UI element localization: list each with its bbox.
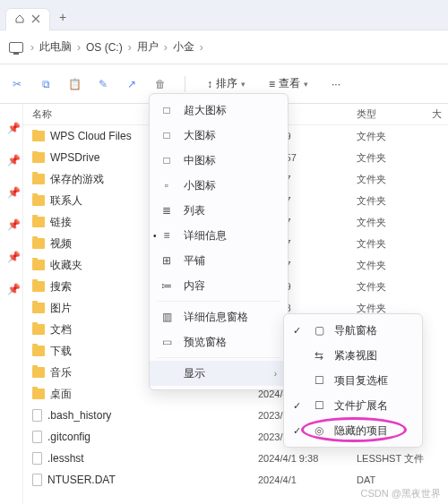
file-name: WPSDrive	[50, 151, 99, 164]
column-name-label: 名称	[32, 107, 52, 121]
pin-icon[interactable]: 📌	[7, 122, 16, 131]
file-type: 文件夹	[351, 173, 432, 186]
menu-item-show[interactable]: 显示›	[150, 361, 288, 386]
rename-icon[interactable]: ✎	[95, 78, 111, 90]
pin-icon[interactable]: 📌	[7, 186, 16, 195]
file-name: 下载	[50, 344, 72, 359]
chevron-down-icon: ▾	[304, 80, 308, 89]
menu-item[interactable]: ▭预览窗格	[150, 329, 288, 355]
file-name: 音乐	[50, 365, 72, 380]
pane-icon: ▭	[160, 336, 173, 348]
file-name: 文档	[50, 322, 72, 337]
nav-sidebar: 📌 📌 📌 📌 📌 📌	[0, 104, 23, 504]
share-icon[interactable]: ↗	[124, 78, 140, 90]
folder-icon	[32, 303, 45, 313]
breadcrumb-item[interactable]: OS (C:)	[86, 41, 123, 54]
breadcrumb[interactable]: › 此电脑 › OS (C:) › 用户 › 小金 ›	[30, 39, 203, 55]
sort-icon: ↕	[207, 78, 212, 90]
table-row[interactable]: .lesshst2024/4/1 9:38LESSHST 文件	[23, 448, 448, 469]
column-type[interactable]: 类型	[351, 107, 432, 121]
tab-bar: +	[0, 0, 448, 30]
folder-icon	[32, 217, 45, 227]
menu-item[interactable]: ≣列表	[150, 198, 288, 223]
option-icon: ◎	[313, 424, 325, 437]
view-menu: □超大图标□大图标□中图标▫小图标≣列表≡详细信息⊞平铺≔内容▥详细信息窗格▭预…	[149, 93, 289, 390]
folder-icon	[32, 389, 45, 399]
breadcrumb-item[interactable]: 此电脑	[39, 39, 72, 55]
file-name: NTUSER.DAT	[47, 474, 116, 486]
folder-icon	[32, 281, 45, 292]
submenu-item[interactable]: ✓☐文件扩展名	[284, 393, 422, 418]
pane-icon: ▥	[160, 311, 173, 323]
menu-item[interactable]: ≔内容	[150, 273, 288, 298]
file-name: 联系人	[50, 193, 82, 209]
check-icon: ✓	[293, 400, 304, 412]
breadcrumb-item[interactable]: 用户	[137, 39, 159, 55]
column-size[interactable]: 大	[432, 107, 448, 121]
file-type: 文件夹	[351, 259, 432, 272]
menu-item[interactable]: ≡详细信息	[150, 223, 288, 248]
menu-label: 详细信息	[184, 228, 227, 243]
menu-item[interactable]: ▥详细信息窗格	[150, 304, 288, 329]
menu-item[interactable]: ▫小图标	[150, 173, 288, 198]
more-button[interactable]: ···	[326, 74, 346, 94]
file-name: WPS Cloud Files	[50, 130, 132, 142]
option-icon: ☐	[313, 399, 325, 412]
view-button[interactable]: ≡ 查看 ▾	[263, 73, 314, 95]
submenu-label: 文件扩展名	[334, 398, 388, 414]
check-icon: ✓	[293, 325, 304, 337]
file-type: 文件夹	[351, 216, 432, 229]
menu-label: 内容	[184, 278, 205, 294]
menu-separator	[157, 301, 280, 302]
chevron-right-icon: ›	[77, 41, 81, 54]
copy-icon[interactable]: ⧉	[38, 78, 54, 90]
menu-item[interactable]: □中图标	[150, 148, 288, 173]
pin-icon[interactable]: 📌	[7, 283, 16, 292]
view-option-icon: □	[160, 104, 173, 116]
submenu-item[interactable]: ⇆紧凑视图	[284, 343, 422, 368]
check-icon: ✓	[293, 425, 304, 437]
submenu-item[interactable]: ✓◎隐藏的项目	[284, 418, 422, 443]
pin-icon[interactable]: 📌	[7, 154, 16, 163]
sort-button[interactable]: ↕ 排序 ▾	[202, 73, 251, 95]
home-icon	[15, 13, 24, 26]
paste-icon[interactable]: 📋	[66, 78, 82, 90]
pin-icon[interactable]: 📌	[7, 251, 16, 260]
new-tab-button[interactable]: +	[59, 10, 66, 24]
close-icon[interactable]	[31, 13, 40, 26]
submenu-label: 紧凑视图	[334, 348, 377, 363]
view-label: 查看	[279, 76, 300, 91]
cut-icon[interactable]: ✂	[9, 78, 25, 90]
file-icon	[32, 431, 42, 443]
this-pc-icon[interactable]	[9, 42, 23, 53]
menu-item[interactable]: □大图标	[150, 123, 288, 148]
submenu-label: 项目复选框	[334, 373, 388, 389]
breadcrumb-item[interactable]: 小金	[173, 39, 194, 55]
view-option-icon: ⊞	[160, 254, 173, 267]
view-icon: ≡	[269, 78, 275, 90]
file-name: 链接	[50, 215, 72, 230]
option-icon: ☐	[313, 374, 325, 387]
option-icon: ▢	[313, 324, 325, 337]
file-icon	[32, 474, 42, 486]
file-name: .bash_history	[47, 409, 111, 422]
menu-item[interactable]: ⊞平铺	[150, 248, 288, 273]
menu-item[interactable]: □超大图标	[150, 98, 288, 123]
delete-icon[interactable]: 🗑	[152, 78, 168, 90]
submenu-label: 导航窗格	[334, 323, 377, 338]
submenu-item[interactable]: ☐项目复选框	[284, 368, 422, 393]
menu-label: 小图标	[184, 178, 216, 193]
address-bar: › 此电脑 › OS (C:) › 用户 › 小金 ›	[0, 30, 448, 64]
folder-icon	[32, 260, 45, 270]
folder-icon	[32, 131, 45, 141]
chevron-down-icon: ▾	[241, 80, 246, 89]
menu-label: 显示	[184, 366, 205, 381]
file-date: 2024/4/1	[253, 474, 351, 485]
file-date: 2024/4/1 9:38	[253, 453, 351, 464]
submenu-item[interactable]: ✓▢导航窗格	[284, 318, 422, 343]
menu-label: 详细信息窗格	[184, 310, 248, 325]
tab-current[interactable]	[5, 8, 50, 30]
pin-icon[interactable]: 📌	[7, 218, 16, 227]
file-name: 视频	[50, 236, 72, 252]
file-name: .lesshst	[47, 452, 84, 465]
